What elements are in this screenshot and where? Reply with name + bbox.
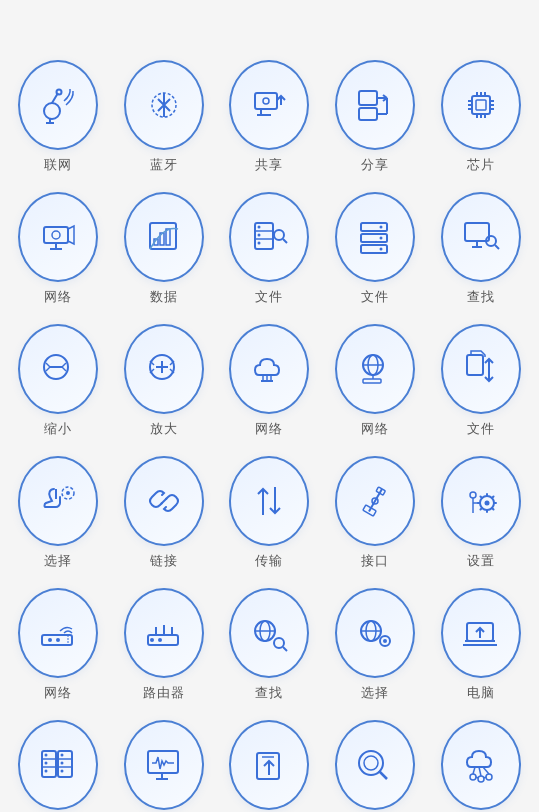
icon-oval-wangzhi[interactable] [335,720,415,810]
icon-oval-wangluo3[interactable] [335,324,415,414]
icon-item-wangluo4: 网络 [10,588,106,702]
svg-line-64 [62,367,66,371]
icon-item-chazhao2: 查找 [222,588,318,702]
svg-line-146 [479,767,481,776]
icon-item-fangda: 放大 [116,324,212,438]
icon-label-wenjian1: 文件 [255,288,283,306]
icon-label-wenjian3: 文件 [467,420,495,438]
icon-oval-xinxi[interactable] [18,720,98,810]
icon-oval-fenxiang[interactable] [335,60,415,150]
icon-item-suoxiao: 缩小 [10,324,106,438]
icon-item-pinlv: 频率 [116,720,212,812]
svg-line-58 [495,245,499,249]
icon-label-wangluo2: 网络 [255,420,283,438]
svg-rect-18 [472,96,490,114]
svg-point-33 [52,231,60,239]
svg-point-130 [60,754,63,757]
icon-oval-pinlv[interactable] [124,720,204,810]
icon-item-chuanshu2: 传输 [222,720,318,812]
svg-line-111 [283,647,287,651]
icon-oval-wenjian2[interactable] [335,192,415,282]
svg-line-63 [62,363,66,367]
svg-rect-49 [361,234,387,242]
icon-item-yunfuwu: 云服务 [433,720,529,812]
svg-line-149 [484,777,486,778]
icon-oval-wangluo1[interactable] [18,192,98,282]
svg-point-110 [274,638,284,648]
icon-oval-lianwang[interactable] [18,60,98,150]
svg-line-47 [283,239,287,243]
icon-oval-shezhi[interactable] [441,456,521,546]
svg-point-46 [274,230,284,240]
icon-item-xuanze2: 选择 [327,588,423,702]
icon-item-shezhi: 设置 [433,456,529,570]
icon-item-chazhao1: 查找 [433,192,529,306]
icon-oval-shuju[interactable] [124,192,204,282]
svg-point-53 [380,248,383,251]
svg-point-45 [258,242,261,245]
svg-rect-6 [255,93,277,109]
icon-oval-芯片[interactable] [441,60,521,150]
svg-rect-11 [359,91,377,105]
icon-oval-lanya[interactable] [124,60,204,150]
svg-line-148 [476,777,478,778]
svg-point-84 [66,491,70,495]
icon-grid: 联网 蓝牙 共享 分享 [10,60,529,812]
icon-label-gongxiang1: 共享 [255,156,283,174]
svg-line-62 [46,363,50,367]
icon-oval-chazhao1[interactable] [441,192,521,282]
icon-oval-xuanze2[interactable] [335,588,415,678]
icon-item-芯片: 芯片 [433,60,529,174]
svg-point-116 [383,639,387,643]
icon-oval-lianjie[interactable] [124,456,204,546]
svg-line-145 [473,767,475,774]
svg-rect-19 [476,100,486,110]
svg-point-2 [56,90,61,95]
icon-label-shezhi: 设置 [467,552,495,570]
icon-label-wangluo3: 网络 [361,420,389,438]
svg-point-44 [258,234,261,237]
icon-label-luyouqi: 路由器 [143,684,185,702]
icon-oval-wangluo2[interactable] [229,324,309,414]
svg-point-140 [364,756,378,770]
icon-item-wenjian2: 文件 [327,192,423,306]
svg-rect-32 [44,227,68,243]
icon-oval-diannao[interactable] [441,588,521,678]
svg-rect-81 [467,355,483,375]
icon-oval-chuanshu1[interactable] [229,456,309,546]
svg-line-61 [46,367,50,371]
icon-oval-wangluo4[interactable] [18,588,98,678]
svg-rect-48 [361,223,387,231]
icon-oval-chuanshu2[interactable] [229,720,309,810]
icon-label-芯片: 芯片 [467,156,495,174]
svg-point-144 [486,774,492,780]
svg-point-125 [44,762,47,765]
svg-rect-127 [58,751,72,777]
svg-point-51 [380,226,383,229]
icon-oval-yunfuwu[interactable] [441,720,521,810]
icon-item-wangluo2: 网络 [222,324,318,438]
icon-label-wangluo1: 网络 [44,288,72,306]
svg-point-43 [258,226,261,229]
icon-item-lanya: 蓝牙 [116,60,212,174]
icon-oval-fangda[interactable] [124,324,204,414]
svg-point-124 [44,754,47,757]
icon-oval-jiekou[interactable] [335,456,415,546]
icon-label-suoxiao: 缩小 [44,420,72,438]
svg-rect-121 [42,751,56,777]
icon-label-jiekou: 接口 [361,552,389,570]
icon-label-fangda: 放大 [150,420,178,438]
icon-item-wangluo3: 网络 [327,324,423,438]
icon-item-xuanze1: 选择 [10,456,106,570]
svg-point-106 [158,638,162,642]
icon-item-chuanshu1: 传输 [222,456,318,570]
icon-oval-chazhao2[interactable] [229,588,309,678]
icon-oval-xuanze1[interactable] [18,456,98,546]
icon-oval-wenjian1[interactable] [229,192,309,282]
icon-item-lianjie: 链接 [116,456,212,570]
icon-oval-suoxiao[interactable] [18,324,98,414]
icon-oval-wenjian3[interactable] [441,324,521,414]
svg-point-105 [150,638,154,642]
icon-oval-luyouqi[interactable] [124,588,204,678]
icon-oval-gongxiang1[interactable] [229,60,309,150]
